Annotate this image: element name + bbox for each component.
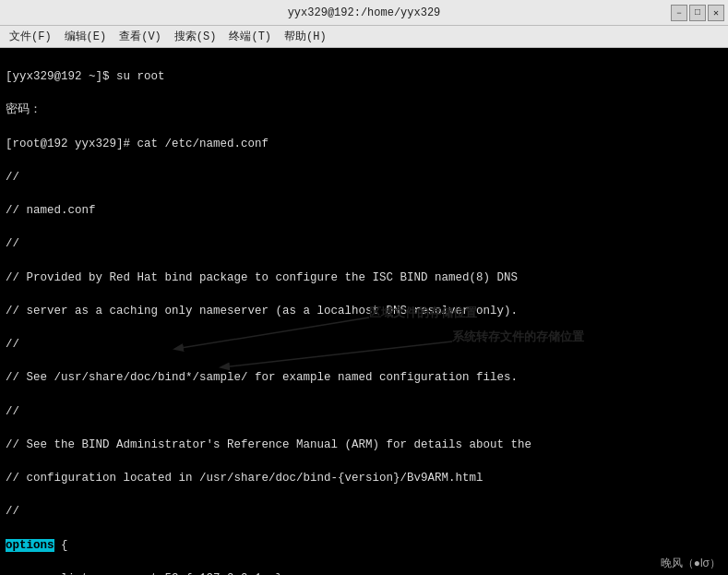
terminal-area[interactable]: [yyx329@192 ~]$ su root 密码： [root@192 yy… (0, 48, 728, 575)
line-6: // (6, 235, 722, 252)
line-13: // configuration located in /usr/share/d… (6, 470, 722, 486)
line-16: listen-on port 53 { 127.0.0.1; }; (6, 570, 722, 575)
menu-file[interactable]: 文件(F) (4, 27, 57, 46)
line-14: // (6, 503, 722, 520)
line-7: // Provided by Red Hat bind package to c… (6, 270, 722, 286)
window-controls[interactable]: － □ ✕ (671, 5, 724, 21)
watermark: 晚风（●lσ） (661, 556, 721, 571)
line-1: [yyx329@192 ~]$ su root (6, 68, 722, 85)
line-11: // (6, 403, 722, 420)
window-title: yyx329@192:/home/yyx329 (288, 6, 441, 19)
line-2: 密码： (6, 102, 722, 118)
menu-terminal[interactable]: 终端(T) (223, 27, 277, 46)
minimize-button[interactable]: － (671, 5, 687, 21)
line-8: // server as a caching only nameserver (… (6, 303, 722, 319)
menu-search[interactable]: 搜索(S) (169, 27, 222, 46)
menu-help[interactable]: 帮助(H) (279, 27, 332, 46)
close-button[interactable]: ✕ (708, 5, 724, 21)
line-5: // named.conf (6, 202, 722, 219)
line-3: [root@192 yyx329]# cat /etc/named.conf (6, 136, 722, 152)
options-keyword: options (6, 539, 54, 552)
line-10: // See /usr/share/doc/bind*/sample/ for … (6, 369, 722, 386)
title-bar: yyx329@192:/home/yyx329 － □ ✕ (0, 0, 728, 26)
menu-edit[interactable]: 编辑(E) (59, 27, 113, 46)
line-options: options { (6, 537, 722, 554)
options-brace: { (54, 539, 68, 552)
menu-bar: 文件(F) 编辑(E) 查看(V) 搜索(S) 终端(T) 帮助(H) (0, 26, 728, 48)
menu-view[interactable]: 查看(V) (113, 27, 167, 46)
line-9: // (6, 336, 722, 353)
line-12: // See the BIND Administrator's Referenc… (6, 437, 722, 453)
line-4: // (6, 169, 722, 186)
maximize-button[interactable]: □ (689, 5, 706, 21)
